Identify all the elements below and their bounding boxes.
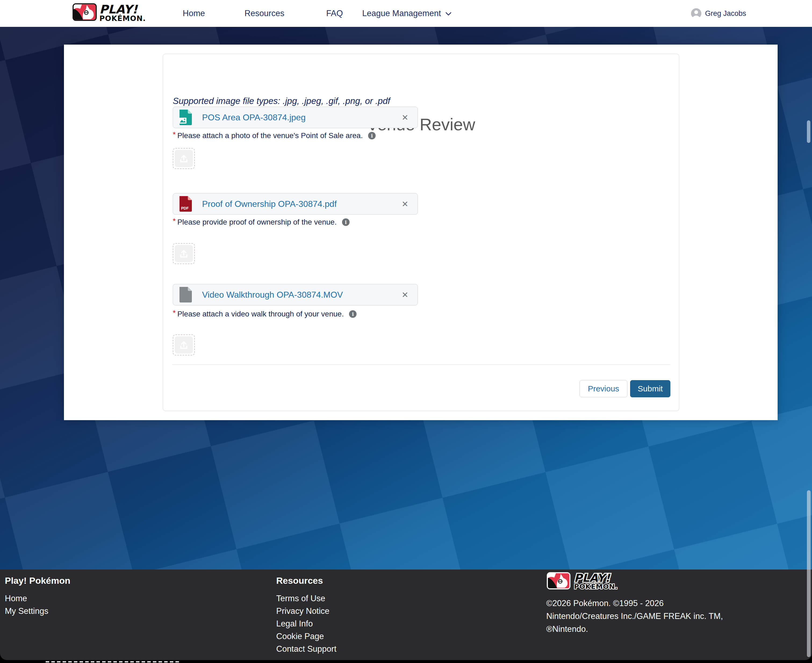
footer-link-contact-support[interactable]: Contact Support xyxy=(276,645,336,653)
nav-faq[interactable]: FAQ xyxy=(326,0,343,27)
upload-pos-area-button[interactable] xyxy=(173,148,195,169)
info-icon[interactable]: i xyxy=(349,310,357,318)
required-asterisk: * xyxy=(173,309,176,317)
upload-drop-area xyxy=(175,245,193,262)
upload-icon xyxy=(179,249,189,258)
copyright-line: Nintendo/Creatures Inc./GAME FREAK inc. … xyxy=(546,610,723,623)
user-menu[interactable]: Greg Jacobs xyxy=(691,0,746,27)
copyright-line: ®Nintendo. xyxy=(546,623,723,636)
footer-wrapper: Play! Pokémon Home My Settings Resources… xyxy=(0,569,812,663)
nav-resources[interactable]: Resources xyxy=(244,0,284,27)
previous-button[interactable]: Previous xyxy=(579,380,628,397)
inner-scrollbar-thumb[interactable] xyxy=(807,120,810,143)
upload-proof-of-ownership-button[interactable] xyxy=(173,243,195,264)
footer-heading: Play! Pokémon xyxy=(5,576,70,586)
play-pokemon-wordmark: PLAY! POKÉMON. xyxy=(573,572,632,590)
nav-league-management-label: League Management xyxy=(362,9,441,18)
attached-file-proof-of-ownership[interactable]: PDF Proof of Ownership OPA-30874.pdf ✕ xyxy=(173,193,418,215)
file-link-proof-of-ownership[interactable]: Proof of Ownership OPA-30874.pdf xyxy=(202,199,336,209)
footer-column-legal: PLAY! POKÉMON. ©2026 Pokémon. ©1995 - 20… xyxy=(546,572,723,636)
pdf-file-icon: PDF xyxy=(179,196,192,212)
avatar-icon xyxy=(691,8,702,19)
remove-file-button[interactable]: ✕ xyxy=(402,290,408,299)
footer-link-my-settings[interactable]: My Settings xyxy=(5,607,70,615)
upload-drop-area xyxy=(175,336,193,354)
footer-play-pokemon-logo: PLAY! POKÉMON. xyxy=(546,572,723,590)
remove-file-button[interactable]: ✕ xyxy=(402,199,408,209)
footer-heading: Resources xyxy=(276,576,336,586)
footer-link-terms-of-use[interactable]: Terms of Use xyxy=(276,595,336,603)
file-link-pos-area[interactable]: POS Area OPA-30874.jpeg xyxy=(202,113,306,123)
required-asterisk: * xyxy=(173,131,176,139)
video-file-icon xyxy=(179,286,192,303)
page-scrollbar-thumb[interactable] xyxy=(807,490,810,657)
submit-button[interactable]: Submit xyxy=(630,380,670,397)
info-icon[interactable]: i xyxy=(342,218,349,226)
supported-filetypes-note: Supported image file types: .jpg, .jpeg,… xyxy=(173,96,390,106)
required-asterisk: * xyxy=(173,217,176,225)
nav-home-label: Home xyxy=(183,9,205,18)
footer-link-cookie-page[interactable]: Cookie Page xyxy=(276,632,336,640)
venue-review-card: Venue Review Supported image file types:… xyxy=(163,54,679,411)
footer-link-home[interactable]: Home xyxy=(5,595,70,603)
svg-text:POKÉMON.: POKÉMON. xyxy=(574,582,618,590)
caption-video-walkthrough: * Please attach a video walk through of … xyxy=(173,310,357,319)
remove-file-button[interactable]: ✕ xyxy=(402,113,408,122)
footer-column-play-pokemon: Play! Pokémon Home My Settings xyxy=(5,576,70,620)
play-pokemon-badge-icon xyxy=(73,3,97,21)
play-pokemon-logo[interactable]: PLAY! POKÉMON. xyxy=(73,3,161,23)
nav-faq-label: FAQ xyxy=(326,9,343,18)
upload-icon xyxy=(179,340,189,349)
play-pokemon-wordmark: PLAY! POKÉMON. xyxy=(99,3,161,23)
play-pokemon-badge-icon xyxy=(546,572,571,589)
footer-link-legal-info[interactable]: Legal Info xyxy=(276,620,336,628)
top-nav-bar: PLAY! POKÉMON. Home Resources FAQ League… xyxy=(0,0,812,27)
upload-drop-area xyxy=(175,150,193,167)
clipped-cookie-banner-text xyxy=(46,661,180,663)
info-icon[interactable]: i xyxy=(368,132,376,139)
caption-text: Please attach a photo of the venue's Poi… xyxy=(177,131,363,139)
image-file-icon xyxy=(179,109,192,126)
nav-home[interactable]: Home xyxy=(183,0,205,27)
footer: Play! Pokémon Home My Settings Resources… xyxy=(0,569,812,660)
copyright-line: ©2026 Pokémon. ©1995 - 2026 xyxy=(546,597,723,610)
attached-file-video-walkthrough[interactable]: Video Walkthrough OPA-30874.MOV ✕ xyxy=(173,284,418,306)
chevron-down-icon xyxy=(445,12,452,16)
svg-text:PDF: PDF xyxy=(181,206,189,210)
upload-icon xyxy=(179,154,189,163)
nav-resources-label: Resources xyxy=(244,9,284,18)
content-panel: Venue Review Supported image file types:… xyxy=(64,45,778,420)
upload-video-walkthrough-button[interactable] xyxy=(173,335,195,356)
caption-pos-area: * Please attach a photo of the venue's P… xyxy=(173,131,376,139)
logo-line2: POKÉMON. xyxy=(99,14,146,23)
attached-file-pos-area[interactable]: POS Area OPA-30874.jpeg ✕ xyxy=(173,107,418,128)
caption-text: Please attach a video walk through of yo… xyxy=(177,310,344,319)
footer-column-resources: Resources Terms of Use Privacy Notice Le… xyxy=(276,576,336,658)
nav-league-management[interactable]: League Management xyxy=(362,0,452,27)
footer-link-privacy-notice[interactable]: Privacy Notice xyxy=(276,607,336,615)
caption-proof-of-ownership: * Please provide proof of ownership of t… xyxy=(173,218,349,226)
file-link-video-walkthrough[interactable]: Video Walkthrough OPA-30874.MOV xyxy=(202,290,343,300)
user-name: Greg Jacobs xyxy=(705,10,746,18)
caption-text: Please provide proof of ownership of the… xyxy=(177,218,336,226)
